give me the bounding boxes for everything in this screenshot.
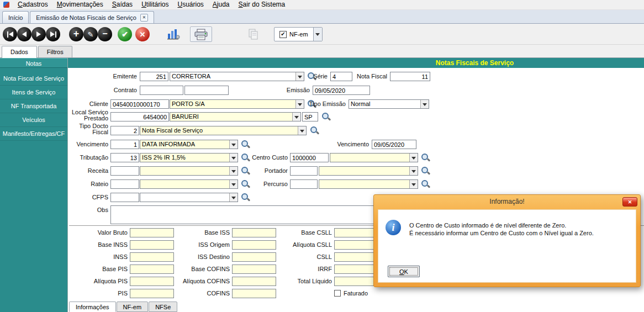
contrato-input-1[interactable] xyxy=(140,86,183,95)
base-pis-input[interactable] xyxy=(130,265,174,274)
centro-custo-code-input[interactable] xyxy=(290,153,329,162)
total-liquido-input[interactable] xyxy=(334,277,378,286)
iss-origem-input[interactable] xyxy=(232,240,276,250)
previous-record-button[interactable] xyxy=(17,27,31,41)
csll-input[interactable] xyxy=(334,252,378,262)
receita-combo[interactable] xyxy=(140,166,238,176)
percurso-combo[interactable] xyxy=(319,179,418,189)
local-servico-combo[interactable]: BARUERI xyxy=(170,112,301,121)
aliquota-csll-input[interactable] xyxy=(334,240,378,250)
emissao-input[interactable] xyxy=(313,86,370,95)
base-inss-input[interactable] xyxy=(130,240,174,250)
pis-input[interactable] xyxy=(130,289,174,298)
nfem-checkbox[interactable]: ✔ xyxy=(279,31,287,38)
tab-nfse[interactable]: NFSe xyxy=(149,302,177,312)
serie-input[interactable] xyxy=(330,72,352,81)
tipo-docto-lookup-icon[interactable] xyxy=(310,126,319,135)
base-csll-input[interactable] xyxy=(334,228,378,237)
cofins-input[interactable] xyxy=(232,289,276,298)
rateio-code-input[interactable] xyxy=(110,179,139,189)
nfem-toggle[interactable]: ✔ NF-em xyxy=(275,28,313,41)
cancel-button[interactable]: ✕ xyxy=(135,27,150,41)
tab-inicio[interactable]: Início xyxy=(2,11,29,23)
percurso-lookup-icon[interactable] xyxy=(421,179,430,189)
tab-filtros[interactable]: Filtros xyxy=(38,46,72,57)
tributacao-code-input[interactable] xyxy=(110,153,139,162)
emitente-code-input[interactable] xyxy=(140,72,168,81)
cfps-lookup-icon[interactable] xyxy=(241,193,250,202)
menu-item-utilitarios[interactable]: Utilitários xyxy=(137,0,173,10)
cliente-combo[interactable]: PORTO S/A xyxy=(170,99,304,109)
menu-item-ajuda[interactable]: Ajuda xyxy=(208,0,234,10)
tipo-emissao-combo[interactable]: Normal xyxy=(349,99,429,109)
portador-code-input[interactable] xyxy=(290,166,318,176)
local-servico-lookup-icon[interactable] xyxy=(321,112,331,121)
local-servico-code-input[interactable] xyxy=(110,112,169,121)
cfps-combo[interactable] xyxy=(140,193,238,202)
close-icon[interactable]: ✕ xyxy=(140,14,148,22)
menu-item-sair[interactable]: Sair do Sistema xyxy=(234,0,290,10)
percurso-label: Percurso xyxy=(247,179,288,189)
chart-button[interactable] xyxy=(164,27,183,42)
print-button[interactable] xyxy=(190,27,212,42)
confirm-button[interactable]: ✔ xyxy=(118,27,132,41)
inss-input[interactable] xyxy=(130,252,174,262)
tipo-docto-combo[interactable]: Nota Fiscal de Serviço xyxy=(140,126,307,135)
copy-icon xyxy=(248,29,259,40)
vencimento-tipo-code-input[interactable] xyxy=(110,140,139,149)
faturado-checkbox[interactable] xyxy=(334,290,341,297)
base-cofins-input[interactable] xyxy=(232,265,276,274)
nfem-dropdown-button[interactable] xyxy=(313,28,322,41)
base-csll-label: Base CSLL xyxy=(272,228,332,237)
portador-lookup-icon[interactable] xyxy=(421,166,430,176)
tributacao-combo[interactable]: ISS 2% IR 1,5% xyxy=(140,153,238,162)
sidebar-item-nota-fiscal-de-servico[interactable]: Nota Fiscal de Serviço xyxy=(0,72,67,86)
sidebar-item-nf-transportada[interactable]: NF Transportada xyxy=(0,99,67,113)
menu-item-cadastros[interactable]: Cadastros xyxy=(13,0,52,10)
vencimento-tipo-lookup-icon[interactable] xyxy=(241,140,250,149)
vencimento-data-input[interactable] xyxy=(372,140,416,149)
receita-code-input[interactable] xyxy=(110,166,139,176)
tributacao-label: Tributação xyxy=(68,153,108,162)
contrato-input-2[interactable] xyxy=(184,86,229,95)
menu-item-saidas[interactable]: Saídas xyxy=(108,0,137,10)
centro-custo-combo[interactable] xyxy=(330,153,418,162)
base-iss-input[interactable] xyxy=(232,228,276,237)
tab-informacoes[interactable]: Informações xyxy=(69,302,116,312)
chevron-down-icon xyxy=(409,154,418,162)
close-icon[interactable]: ✕ xyxy=(622,197,637,207)
cfps-combo-value xyxy=(140,193,229,202)
menu-item-usuarios[interactable]: Usuários xyxy=(173,0,208,10)
valor-bruto-input[interactable] xyxy=(130,228,174,237)
tab-nfem[interactable]: NF-em xyxy=(117,302,149,312)
copy-button[interactable] xyxy=(245,27,262,42)
nota-fiscal-input[interactable] xyxy=(390,72,430,81)
last-record-button[interactable] xyxy=(46,27,60,41)
tab-dados[interactable]: Dados xyxy=(2,46,37,58)
first-record-button[interactable] xyxy=(3,27,17,41)
sidebar-item-manifesto-entregas-cf[interactable]: Manifesto/Entregas/CF xyxy=(0,127,67,141)
emitente-combo[interactable]: CORRETORA xyxy=(170,72,304,81)
aliquota-pis-input[interactable] xyxy=(130,277,174,286)
local-servico-uf-input[interactable] xyxy=(302,112,318,121)
menu-item-movimentacoes[interactable]: Movimentações xyxy=(52,0,108,10)
cliente-code-input[interactable] xyxy=(110,99,169,109)
sidebar-item-veiculos[interactable]: Veículos xyxy=(0,113,67,127)
portador-combo[interactable] xyxy=(319,166,418,176)
remove-button[interactable]: − xyxy=(98,27,112,41)
tab-emissao-nfs[interactable]: Emissão de Notas Fiscais de Serviço ✕ xyxy=(30,11,154,23)
edit-button[interactable]: ✎ xyxy=(83,27,98,41)
sidebar-item-itens-de-servico[interactable]: Itens de Serviço xyxy=(0,86,67,99)
tipo-docto-code-input[interactable] xyxy=(110,126,139,135)
irrf-input[interactable] xyxy=(334,265,378,274)
aliquota-cofins-input[interactable] xyxy=(232,277,276,286)
percurso-code-input[interactable] xyxy=(290,179,318,189)
add-button[interactable]: + xyxy=(69,27,83,41)
rateio-combo[interactable] xyxy=(140,179,238,189)
ok-button[interactable]: OK xyxy=(388,266,420,277)
cfps-code-input[interactable] xyxy=(110,193,139,202)
centro-custo-lookup-icon[interactable] xyxy=(421,153,430,162)
next-record-button[interactable] xyxy=(31,27,46,41)
iss-destino-input[interactable] xyxy=(232,252,276,262)
vencimento-tipo-combo[interactable]: DATA INFORMADA xyxy=(140,140,238,149)
